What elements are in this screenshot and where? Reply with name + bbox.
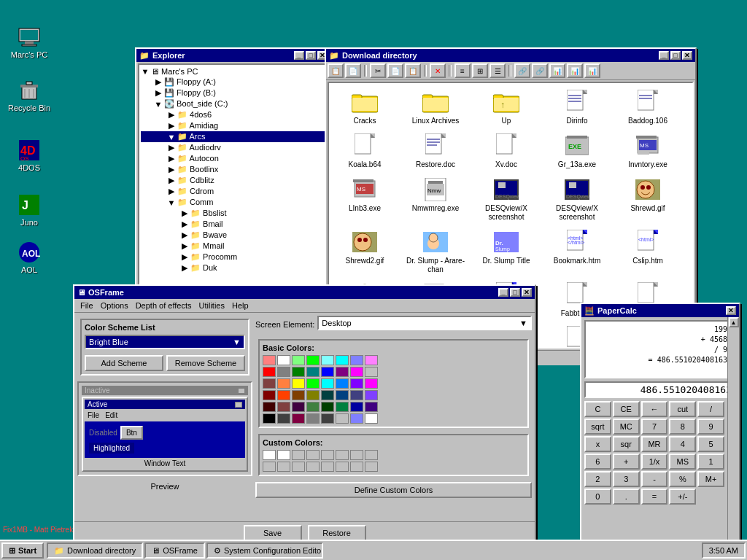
file-item-koala[interactable]: Koala.b64: [332, 130, 398, 172]
basic-color-swatch[interactable]: [365, 402, 378, 412]
file-item-linb3[interactable]: MS LInb3.exe: [332, 174, 398, 225]
tree-item-bootlinx[interactable]: ▶ 📁 Bootlinx: [141, 164, 326, 175]
basic-color-swatch[interactable]: [292, 378, 305, 389]
basic-color-swatch[interactable]: [336, 402, 349, 412]
define-custom-colors-button[interactable]: Define Custom Colors: [255, 482, 532, 498]
tree-item-mmail[interactable]: ▶ 📁 Mmail: [141, 241, 326, 252]
file-item-shrewd2[interactable]: Shrewd2.gif: [332, 226, 398, 277]
osframe-minimize[interactable]: _: [498, 288, 508, 297]
file-item-drslumptitle[interactable]: Dr.Slump Dr. Slump Title: [473, 226, 539, 277]
calc-scrollbar[interactable]: ▲ ▼: [727, 317, 739, 553]
custom-color-swatch[interactable]: [277, 450, 290, 460]
explorer-titlebar[interactable]: 📁 Explorer _ □ ✕: [136, 49, 330, 62]
menu-file[interactable]: File: [77, 300, 96, 311]
basic-color-swatch[interactable]: [277, 378, 290, 389]
toolbar-btn-2[interactable]: 📄: [345, 63, 361, 78]
file-item-up[interactable]: ↑ Up: [473, 86, 539, 128]
menu-utilities[interactable]: Utilities: [196, 300, 228, 311]
start-button[interactable]: ⊞ Start: [1, 542, 44, 559]
menu-options[interactable]: Options: [98, 300, 131, 311]
basic-color-swatch[interactable]: [292, 413, 305, 424]
basic-color-swatch[interactable]: [306, 367, 320, 377]
tree-item-cdrom[interactable]: ▶ 📁 Cdrom: [141, 186, 326, 197]
scheme-dropdown[interactable]: Bright Blue ▼: [85, 335, 245, 349]
file-item-invntory[interactable]: MS Invntory.exe: [615, 130, 681, 172]
file-item-linux[interactable]: Linux Archives: [403, 86, 468, 128]
basic-color-swatch[interactable]: [365, 378, 378, 389]
basic-color-swatch[interactable]: [292, 355, 305, 365]
basic-color-swatch[interactable]: [263, 413, 276, 424]
juno-icon[interactable]: J Juno: [6, 193, 53, 227]
toolbar-btn-12[interactable]: 📊: [584, 63, 600, 78]
download-maximize[interactable]: □: [670, 51, 681, 60]
basic-color-swatch[interactable]: [350, 367, 363, 377]
remove-scheme-button[interactable]: Remove Scheme: [166, 355, 245, 371]
calc-btn-2[interactable]: 2: [584, 471, 611, 487]
basic-color-swatch[interactable]: [336, 367, 349, 377]
tree-item-audiodrv[interactable]: ▶ 📁 Audiodrv: [141, 142, 326, 153]
calc-btn-[interactable]: +/-: [669, 489, 696, 505]
calc-btn-sqr[interactable]: sqr: [613, 436, 640, 452]
file-item-dirinfo[interactable]: Dirinfo: [544, 86, 610, 128]
custom-color-swatch[interactable]: [263, 450, 276, 460]
tree-item-bootside[interactable]: ▼ 💽 Boot_side (C:): [141, 98, 326, 109]
add-scheme-button[interactable]: Add Scheme: [85, 355, 163, 371]
download-minimize[interactable]: _: [659, 51, 669, 60]
calc-btn-x[interactable]: x: [584, 436, 611, 452]
explorer-maximize[interactable]: □: [306, 51, 316, 60]
calc-btn-[interactable]: -: [641, 471, 668, 487]
basic-color-swatch[interactable]: [277, 367, 290, 377]
basic-color-swatch[interactable]: [277, 355, 290, 365]
tree-item-floppy-a[interactable]: ▶ 💾 Floppy (A:): [141, 77, 326, 88]
basic-color-swatch[interactable]: [321, 390, 334, 400]
scroll-up-btn[interactable]: ▲: [729, 317, 739, 327]
calc-btn-[interactable]: =: [641, 489, 668, 505]
toolbar-btn-paste[interactable]: 📋: [405, 63, 421, 78]
calc-btn-mc[interactable]: MC: [613, 419, 640, 435]
calc-btn-9[interactable]: 9: [697, 419, 724, 435]
basic-color-swatch[interactable]: [292, 390, 305, 400]
toolbar-btn-9[interactable]: 🔗: [532, 63, 548, 78]
calc-btn-1x[interactable]: 1/x: [641, 454, 668, 470]
basic-color-swatch[interactable]: [336, 355, 349, 365]
osframe-titlebar[interactable]: 🖥 OSFrame _ □ ✕: [74, 286, 535, 299]
calc-btn-m[interactable]: M+: [697, 471, 724, 487]
my-computer-icon[interactable]: Marc's PC: [6, 26, 53, 59]
preview-btn[interactable]: Btn: [120, 426, 143, 440]
tree-item-4dos6[interactable]: ▶ 📁 4dos6: [141, 109, 326, 120]
menu-help[interactable]: Help: [229, 300, 252, 311]
recycle-bin-icon[interactable]: Recycle Bin: [6, 79, 53, 112]
calc-btn-[interactable]: /: [697, 401, 724, 417]
save-button[interactable]: Save: [244, 525, 302, 541]
basic-color-swatch[interactable]: [306, 413, 320, 424]
basic-color-swatch[interactable]: [365, 413, 378, 424]
basic-color-swatch[interactable]: [292, 402, 305, 412]
papercalc-close[interactable]: ✕: [726, 306, 736, 315]
toolbar-btn-10[interactable]: 📊: [549, 63, 565, 78]
calc-btn-c[interactable]: C: [584, 401, 611, 417]
calc-btn-3[interactable]: 3: [613, 471, 640, 487]
calc-btn-[interactable]: ←: [641, 401, 668, 417]
basic-color-swatch[interactable]: [365, 390, 378, 400]
calc-btn-sqrt[interactable]: sqrt: [584, 419, 611, 435]
custom-color-swatch[interactable]: [321, 462, 334, 472]
taskbar-btn-osframe[interactable]: 🖥 OSFrame: [144, 542, 205, 559]
basic-color-swatch[interactable]: [263, 378, 276, 389]
calc-btn-0[interactable]: 0: [584, 489, 611, 505]
file-item-shrewd[interactable]: Shrewd.gif: [615, 174, 681, 225]
custom-color-swatch[interactable]: [306, 462, 320, 472]
custom-color-swatch[interactable]: [277, 462, 290, 472]
custom-color-swatch[interactable]: [365, 462, 378, 472]
basic-color-swatch[interactable]: [263, 390, 276, 400]
calc-btn-4[interactable]: 4: [669, 436, 696, 452]
basic-color-swatch[interactable]: [277, 390, 290, 400]
file-item-bookmark[interactable]: <html></html> Bookmark.htm: [544, 226, 610, 277]
basic-color-swatch[interactable]: [321, 355, 334, 365]
menu-depth[interactable]: Depth of effects: [133, 300, 195, 311]
file-item-nmwmreg[interactable]: Nmw Nmwmreg.exe: [403, 174, 468, 225]
custom-color-swatch[interactable]: [350, 450, 363, 460]
tree-item-bbslist[interactable]: ▶ 📁 Bbslist: [141, 208, 326, 219]
custom-color-swatch[interactable]: [263, 462, 276, 472]
tree-item-procomm[interactable]: ▶ 📁 Procomm: [141, 252, 326, 262]
calc-btn-7[interactable]: 7: [641, 419, 668, 435]
